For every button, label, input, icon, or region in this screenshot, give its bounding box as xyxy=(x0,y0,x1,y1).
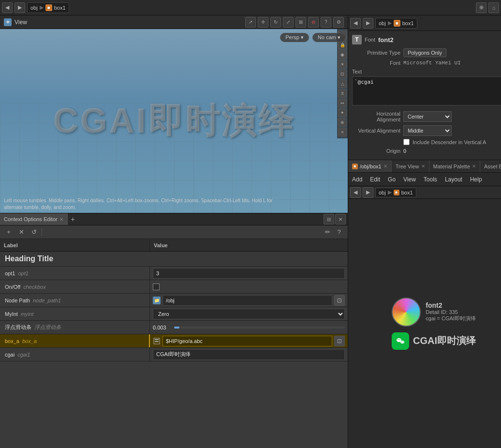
tab-close-1[interactable]: ✕ xyxy=(383,164,387,169)
vr-btn-3[interactable]: ◉ xyxy=(338,50,347,59)
back-button[interactable]: ◀ xyxy=(2,2,13,13)
coe-cell-value[interactable] xyxy=(150,280,348,293)
svg-point-8 xyxy=(403,341,404,342)
menu-go[interactable]: Go xyxy=(388,176,396,183)
tab-asset-browser[interactable]: Asset Brow... xyxy=(480,160,501,172)
vr-btn-5[interactable]: ⊡ xyxy=(338,70,347,78)
menu-edit[interactable]: Edit xyxy=(370,176,380,183)
help-btn[interactable]: ? xyxy=(321,17,331,28)
coe-help-button[interactable]: ? xyxy=(334,227,344,237)
stop-tool[interactable]: ⊘ xyxy=(308,17,319,28)
value-input-nodepath[interactable] xyxy=(162,295,332,306)
bookmark-button[interactable]: ⊕ xyxy=(476,2,486,13)
coe-cell-value[interactable]: 📁 ⊡ xyxy=(150,294,348,307)
coe-tab[interactable]: Context Options Editor ✕ xyxy=(0,213,68,225)
coe-layout-close[interactable]: ✕ xyxy=(335,214,346,224)
forward-button[interactable]: ▶ xyxy=(15,2,25,13)
include-desc-checkbox[interactable] xyxy=(403,139,410,145)
text-textarea[interactable] xyxy=(352,76,501,105)
coe-tab-close[interactable]: ✕ xyxy=(59,217,63,222)
select-tool[interactable]: ↗ xyxy=(245,17,256,28)
coe-cell-label: 浮点滑动条 浮点滑动条 xyxy=(0,321,150,334)
top-bar: ◀ ▶ obj ▶ ■ box1 ⊕ ⌂ xyxy=(0,0,501,15)
coe-remove-button[interactable]: ✕ xyxy=(16,227,26,237)
prop-name: Node Path xyxy=(5,298,30,303)
right-breadcrumb[interactable]: obj ▶ ■ box1 xyxy=(375,18,417,29)
coe-cell-value[interactable]: Zero One Two xyxy=(150,307,348,320)
value-input-opt1[interactable] xyxy=(153,268,345,279)
table-row: box_a box_a xyxy=(0,334,348,348)
table-row: opt1 opt1 xyxy=(0,267,348,280)
vr-btn-10[interactable]: ⊕ xyxy=(338,118,347,127)
tab-tree-view[interactable]: Tree View ✕ xyxy=(392,160,429,172)
scene-forward-btn[interactable]: ▶ xyxy=(363,187,373,198)
tab-close-2[interactable]: ✕ xyxy=(421,164,425,169)
coe-cell-value[interactable]: 0.003 xyxy=(150,321,348,334)
vr-btn-7[interactable]: ⧖ xyxy=(338,89,347,98)
menu-layout[interactable]: Layout xyxy=(445,176,462,183)
right-forward-button[interactable]: ▶ xyxy=(363,18,373,29)
path-pick-button-boxa[interactable]: ⊡ xyxy=(334,336,345,346)
coe-cell-value[interactable] xyxy=(150,267,348,280)
h-align-label: Horizontal Alignment xyxy=(352,111,400,122)
scene-back-btn[interactable]: ◀ xyxy=(350,187,361,198)
v-align-select[interactable]: Middle Top Bottom xyxy=(403,125,452,136)
primitive-type-row: Primitive Type Polygons Only xyxy=(352,48,501,57)
scene-menubar: Add Edit Go View Tools Layout Help ✕ xyxy=(348,173,501,186)
menu-add[interactable]: Add xyxy=(352,176,362,183)
h-align-select[interactable]: Center Left Right xyxy=(403,111,452,122)
menu-help[interactable]: Help xyxy=(470,176,482,183)
nocam-button[interactable]: No cam ▾ xyxy=(312,33,346,42)
primitive-type-value: Polygons Only xyxy=(403,48,446,57)
viewport[interactable]: CGAI即时演绎 ⊙ 🔒 ◉ ☀ ⊡ △ ⧖ ↭ ✦ ⊕ ≡ Persp ▾ N… xyxy=(0,29,348,213)
asset-thumbnail xyxy=(392,298,421,327)
prop-name: 浮点滑动条 xyxy=(5,324,31,331)
transform-tool[interactable]: ⊞ xyxy=(295,17,306,28)
prop-hint: cgai1 xyxy=(17,352,30,358)
font-label: Font xyxy=(352,60,400,66)
vr-btn-6[interactable]: △ xyxy=(338,79,347,88)
menu-view[interactable]: View xyxy=(403,176,416,183)
prop-name: MyInt xyxy=(5,311,18,317)
tab-close-3[interactable]: ✕ xyxy=(472,164,476,169)
right-back-button[interactable]: ◀ xyxy=(350,18,361,29)
scene-breadcrumb-box1: box1 xyxy=(401,190,413,195)
tab-material-palette-label: Material Palette xyxy=(433,164,470,169)
svg-point-6 xyxy=(400,341,404,343)
vr-btn-11[interactable]: ≡ xyxy=(338,128,347,136)
breadcrumb-left[interactable]: obj ▶ ■ box1 xyxy=(27,2,69,13)
origin-row: Origin 0 xyxy=(352,148,501,154)
tab-material-palette[interactable]: Material Palette ✕ xyxy=(429,160,480,172)
dropdown-myint[interactable]: Zero One Two xyxy=(153,309,345,319)
coe-edit-button[interactable]: ✏ xyxy=(323,227,332,237)
vr-btn-9[interactable]: ✦ xyxy=(338,108,347,117)
origin-value: 0 xyxy=(403,148,406,154)
persp-button[interactable]: Persp ▾ xyxy=(280,33,309,42)
settings-btn[interactable]: ⚙ xyxy=(333,17,344,28)
home-button[interactable]: ⌂ xyxy=(488,2,499,13)
coe-add-button[interactable]: + xyxy=(4,227,14,237)
value-input-cgai[interactable] xyxy=(153,349,345,360)
vr-btn-8[interactable]: ↭ xyxy=(338,99,347,107)
vr-btn-4[interactable]: ☀ xyxy=(338,60,347,69)
coe-layout-split[interactable]: ⊟ xyxy=(324,214,334,224)
file-icon xyxy=(153,337,161,345)
coe-add-tab-button[interactable]: + xyxy=(68,214,78,224)
tab-obj-box1[interactable]: ■ /obj/box1 ✕ xyxy=(348,160,392,172)
path-pick-button[interactable]: ⊡ xyxy=(334,295,345,306)
rotate-tool[interactable]: ↻ xyxy=(270,17,281,28)
value-input-boxa[interactable] xyxy=(162,336,332,346)
slider-bar[interactable] xyxy=(174,327,345,329)
svg-point-5 xyxy=(399,339,400,340)
coe-cell-value[interactable]: ⊡ xyxy=(150,334,348,347)
checkbox-onoff[interactable] xyxy=(153,284,160,290)
scene-nav-row: ◀ ▶ obj ▶ ■ box1 xyxy=(348,186,501,199)
scale-tool[interactable]: ⤢ xyxy=(283,17,294,28)
move-tool[interactable]: ✛ xyxy=(258,17,268,28)
svg-point-4 xyxy=(398,339,398,340)
coe-refresh-button[interactable]: ↺ xyxy=(29,227,39,237)
menu-tools[interactable]: Tools xyxy=(424,176,437,183)
coe-cell-value[interactable] xyxy=(150,348,348,361)
scene-breadcrumb[interactable]: obj ▶ ■ box1 xyxy=(375,188,416,197)
tab-box1-icon: ■ xyxy=(352,164,358,169)
